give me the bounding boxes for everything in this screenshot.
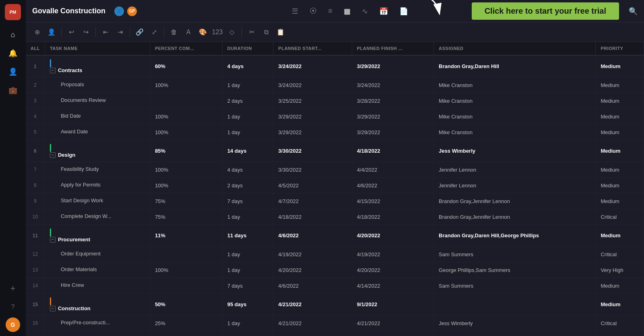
project-avatars: 👤 GP [114,6,138,17]
row-assigned: Jess Wimberly [434,140,596,162]
row-number: 9 [26,193,45,209]
add-task-button[interactable]: ⊕ [31,26,43,39]
table-row[interactable]: 16Prep/Pre-constructi...25%1 day4/21/202… [26,315,644,331]
table-row[interactable]: 17Construction Start ...75%1 day4/26/202… [26,331,644,336]
row-percent: 25% [150,315,222,331]
sidebar-item-help[interactable]: ? [5,299,21,315]
row-task-name[interactable]: Feasibility Study [45,162,150,178]
chart-view-icon[interactable]: ⦿ [307,4,319,18]
table-row[interactable]: 14Hire Crew7 days4/6/20224/14/2022Sam Su… [26,278,644,294]
sidebar-item-projects[interactable]: 💼 [5,82,21,98]
row-number: 17 [26,331,45,336]
indent-button[interactable]: ⇥ [114,26,126,39]
table-row[interactable]: 1− Contracts60%4 days3/24/20223/29/2022B… [26,55,644,77]
row-assigned: Mike Cranston [434,109,596,124]
outdent-button[interactable]: ⇤ [99,26,112,39]
sidebar-item-add[interactable]: + [5,280,21,297]
row-percent: 11% [150,225,222,247]
add-user-button[interactable]: 👤 [45,26,58,39]
user-avatar[interactable]: G [6,317,20,332]
row-finish: 3/24/2022 [352,77,433,93]
row-duration: 1 day [222,124,273,140]
table-row[interactable]: 4Bid Date100%1 day3/29/20223/29/2022Mike… [26,109,644,124]
table-row[interactable]: 8Apply for Permits100%2 days4/5/20224/6/… [26,178,644,193]
grid-view-icon[interactable]: ▦ [341,4,353,18]
avatar-1: 👤 [114,6,125,17]
row-finish: 3/28/2022 [352,93,433,109]
row-percent: 100% [150,124,222,140]
row-task-name[interactable]: Start Design Work [45,193,150,209]
row-finish: 4/26/2022 [352,331,433,336]
link-button[interactable]: 🔗 [133,26,146,39]
row-task-name[interactable]: Proposals [45,77,150,93]
color-button[interactable]: 🎨 [196,26,209,39]
table-row[interactable]: 10Complete Design W...75%1 day4/18/20224… [26,209,644,225]
row-finish: 3/29/2022 [352,124,433,140]
task-table: ALL TASK NAME PERCENT COM... DURATION PL… [26,42,644,336]
row-percent: 75% [150,193,222,209]
divider-4 [164,27,164,37]
row-task-name[interactable]: Order Materials [45,262,150,278]
row-percent: 85% [150,140,222,162]
row-duration: 1 day [222,109,273,124]
row-priority: Medium [596,294,644,315]
sidebar-item-notifications[interactable]: 🔔 [5,45,21,61]
table-row[interactable]: 12Order Equipment1 day4/19/20224/19/2022… [26,247,644,262]
table-row[interactable]: 15− Construction50%95 days4/21/20229/1/2… [26,294,644,315]
list-view-icon[interactable]: ☰ [289,4,301,18]
app-logo: PM [5,4,21,20]
row-task-name[interactable]: Bid Date [45,109,150,124]
cut-button[interactable]: ✂ [245,26,258,39]
table-row[interactable]: 5Award Date100%1 day3/29/20223/29/2022Mi… [26,124,644,140]
table-row[interactable]: 7Feasibility Study100%4 days3/30/20224/4… [26,162,644,178]
row-finish: 4/6/2022 [352,178,433,193]
table-row[interactable]: 9Start Design Work75%7 days4/7/20224/15/… [26,193,644,209]
shape-button[interactable]: ◇ [225,26,238,39]
col-start: PLANNED START... [273,42,352,55]
row-priority: Medium [596,225,644,247]
row-task-name[interactable]: − Procurement [45,225,150,247]
cta-banner[interactable]: Click here to start your free trial [472,2,619,20]
row-priority: Medium [596,178,644,193]
row-task-name[interactable]: − Construction [45,294,150,315]
sidebar-item-team[interactable]: 👤 [5,64,21,80]
row-task-name[interactable]: Documents Review [45,93,150,109]
dependency-button[interactable]: ⤢ [148,26,161,39]
row-priority: Medium [596,93,644,109]
table-row[interactable]: 6− Design85%14 days3/30/20224/18/2022Jes… [26,140,644,162]
row-task-name[interactable]: Construction Start ... [45,331,150,336]
row-start: 3/30/2022 [273,140,352,162]
row-task-name[interactable]: Apply for Permits [45,178,150,193]
table-row[interactable]: 13Order Materials100%1 day4/20/20224/20/… [26,262,644,278]
calendar-view-icon[interactable]: 📅 [377,4,390,18]
delete-button[interactable]: 🗑 [167,26,180,39]
font-button[interactable]: A [182,26,195,39]
timeline-view-icon[interactable]: ∿ [359,4,370,18]
row-priority: Medium [596,124,644,140]
col-task: TASK NAME [45,42,150,55]
gantt-view-icon[interactable]: ≡ [326,4,335,18]
table-row[interactable]: 11− Procurement11%11 days4/6/20224/20/20… [26,225,644,247]
undo-button[interactable]: ↩ [65,26,78,39]
table-row[interactable]: 3Documents Review2 days3/25/20223/28/202… [26,93,644,109]
paste-button[interactable]: 📋 [274,26,287,39]
copy-button[interactable]: ⧉ [260,26,272,39]
row-duration: 1 day [222,315,273,331]
row-task-name[interactable]: Award Date [45,124,150,140]
redo-button[interactable]: ↪ [79,26,92,39]
table-row[interactable]: 2Proposals100%1 day3/24/20223/24/2022Mik… [26,77,644,93]
row-number: 7 [26,162,45,178]
row-task-name[interactable]: − Design [45,140,150,162]
row-task-name[interactable]: Complete Design W... [45,209,150,225]
number-button[interactable]: 123 [211,26,224,39]
row-task-name[interactable]: Hire Crew [45,278,150,294]
row-task-name[interactable]: Prep/Pre-constructi... [45,315,150,331]
row-assigned: Brandon Gray,Daren Hill,George Phillips [434,225,596,247]
search-icon[interactable]: 🔍 [629,7,638,16]
row-priority: Medium [596,162,644,178]
row-task-name[interactable]: − Contracts [45,55,150,77]
row-start: 4/6/2022 [273,278,352,294]
row-task-name[interactable]: Order Equipment [45,247,150,262]
sidebar-item-home[interactable]: ⌂ [5,27,21,43]
col-assigned: ASSIGNED [434,42,596,55]
